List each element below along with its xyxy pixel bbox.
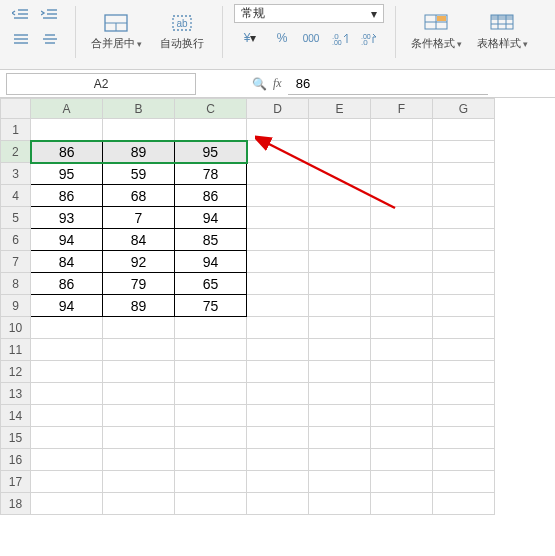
cell-F14[interactable] [371,405,433,427]
cell-C10[interactable] [175,317,247,339]
merge-center-button[interactable]: 合并居中▾ [87,4,145,58]
row-header-15[interactable]: 15 [1,427,31,449]
cell-A14[interactable] [31,405,103,427]
col-header-B[interactable]: B [103,99,175,119]
cell-D14[interactable] [247,405,309,427]
cell-B1[interactable] [103,119,175,141]
cell-E18[interactable] [309,493,371,515]
cell-F15[interactable] [371,427,433,449]
cell-G8[interactable] [433,273,495,295]
cell-C15[interactable] [175,427,247,449]
row-header-1[interactable]: 1 [1,119,31,141]
col-header-E[interactable]: E [309,99,371,119]
cell-G17[interactable] [433,471,495,493]
cell-G1[interactable] [433,119,495,141]
col-header-F[interactable]: F [371,99,433,119]
cell-B6[interactable]: 84 [103,229,175,251]
cell-E6[interactable] [309,229,371,251]
row-header-11[interactable]: 11 [1,339,31,361]
cell-B15[interactable] [103,427,175,449]
table-style-button[interactable]: 表格样式▾ [473,4,531,58]
cell-F18[interactable] [371,493,433,515]
row-header-8[interactable]: 8 [1,273,31,295]
cell-F16[interactable] [371,449,433,471]
cell-C16[interactable] [175,449,247,471]
row-header-7[interactable]: 7 [1,251,31,273]
cell-C1[interactable] [175,119,247,141]
cell-D16[interactable] [247,449,309,471]
cell-C3[interactable]: 78 [175,163,247,185]
cell-E4[interactable] [309,185,371,207]
cell-D10[interactable] [247,317,309,339]
cell-B11[interactable] [103,339,175,361]
row-header-5[interactable]: 5 [1,207,31,229]
cell-B17[interactable] [103,471,175,493]
cell-C5[interactable]: 94 [175,207,247,229]
zoom-lens-icon[interactable]: 🔍 [252,77,267,91]
spreadsheet-grid[interactable]: ABCDEFG128689953955978486688659379469484… [0,98,555,556]
cell-G3[interactable] [433,163,495,185]
row-header-4[interactable]: 4 [1,185,31,207]
cell-E11[interactable] [309,339,371,361]
name-box[interactable]: A2 [6,73,196,95]
cell-G14[interactable] [433,405,495,427]
cell-A8[interactable]: 86 [31,273,103,295]
cell-D11[interactable] [247,339,309,361]
cell-A16[interactable] [31,449,103,471]
row-header-17[interactable]: 17 [1,471,31,493]
cell-G9[interactable] [433,295,495,317]
row-header-9[interactable]: 9 [1,295,31,317]
cell-E15[interactable] [309,427,371,449]
row-header-14[interactable]: 14 [1,405,31,427]
cell-E8[interactable] [309,273,371,295]
cell-E16[interactable] [309,449,371,471]
cell-C4[interactable]: 86 [175,185,247,207]
cell-A17[interactable] [31,471,103,493]
cell-D13[interactable] [247,383,309,405]
row-header-12[interactable]: 12 [1,361,31,383]
cell-G5[interactable] [433,207,495,229]
cell-B2[interactable]: 89 [103,141,175,163]
cell-B12[interactable] [103,361,175,383]
cell-C2[interactable]: 95 [175,141,247,163]
cell-C14[interactable] [175,405,247,427]
cell-E13[interactable] [309,383,371,405]
cell-F10[interactable] [371,317,433,339]
cell-A12[interactable] [31,361,103,383]
cell-A10[interactable] [31,317,103,339]
col-header-C[interactable]: C [175,99,247,119]
cell-F5[interactable] [371,207,433,229]
cell-A13[interactable] [31,383,103,405]
cell-B9[interactable]: 89 [103,295,175,317]
cell-B10[interactable] [103,317,175,339]
cell-C17[interactable] [175,471,247,493]
cell-G11[interactable] [433,339,495,361]
cell-G2[interactable] [433,141,495,163]
cell-F13[interactable] [371,383,433,405]
cell-C6[interactable]: 85 [175,229,247,251]
cell-G13[interactable] [433,383,495,405]
cell-G4[interactable] [433,185,495,207]
cell-A11[interactable] [31,339,103,361]
cell-B8[interactable]: 79 [103,273,175,295]
cell-A5[interactable]: 93 [31,207,103,229]
decrease-indent-icon[interactable] [8,4,34,26]
row-header-2[interactable]: 2 [1,141,31,163]
cell-E7[interactable] [309,251,371,273]
cell-F17[interactable] [371,471,433,493]
row-header-16[interactable]: 16 [1,449,31,471]
cell-E12[interactable] [309,361,371,383]
row-header-6[interactable]: 6 [1,229,31,251]
cell-F9[interactable] [371,295,433,317]
cell-D5[interactable] [247,207,309,229]
col-header-D[interactable]: D [247,99,309,119]
cell-F2[interactable] [371,141,433,163]
cell-F4[interactable] [371,185,433,207]
cell-G12[interactable] [433,361,495,383]
cell-A9[interactable]: 94 [31,295,103,317]
conditional-format-button[interactable]: 条件格式▾ [407,4,465,58]
cell-F6[interactable] [371,229,433,251]
cell-D8[interactable] [247,273,309,295]
cell-D7[interactable] [247,251,309,273]
cell-C13[interactable] [175,383,247,405]
